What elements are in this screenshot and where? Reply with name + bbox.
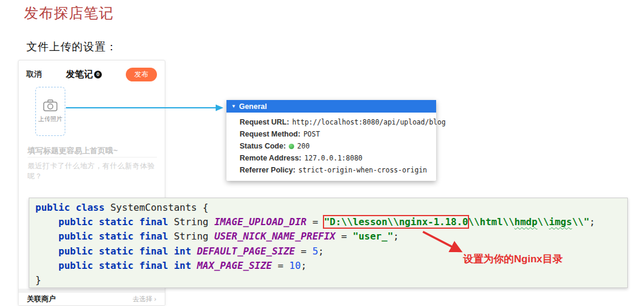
code-token: 10 xyxy=(289,260,301,271)
code-token: \\ xyxy=(537,216,549,228)
code-token: public static final int xyxy=(59,246,197,257)
code-token: "user_" xyxy=(353,231,393,242)
code-token xyxy=(35,260,59,271)
code-token: 5 xyxy=(312,246,318,257)
devtools-row-value: strict-origin-when-cross-origin xyxy=(298,166,427,174)
devtools-row: Request Method:POST xyxy=(240,128,431,140)
editor-footer: 关联商户 去选择 › xyxy=(19,289,165,305)
devtools-row-label: Request Method: xyxy=(240,130,300,138)
code-token: = xyxy=(272,260,289,271)
devtools-row-value: http://localhost:8080/api/upload/blog xyxy=(292,118,446,126)
annotation-text: 设置为你的Nginx目录 xyxy=(463,252,563,266)
devtools-row-value: 200 xyxy=(297,142,310,150)
cancel-button[interactable]: 取消 xyxy=(26,69,42,80)
code-token xyxy=(35,246,59,257)
highlighted-nginx-path: "D:\\lesson\\nginx-1.18.0 xyxy=(324,216,468,228)
code-token: imgs xyxy=(549,216,572,228)
devtools-general-panel: ▼ General Request URL:http://localhost:8… xyxy=(226,100,436,181)
code-token: String xyxy=(174,216,214,228)
upload-label: 上传照片 xyxy=(38,115,62,123)
devtools-row-label: Request URL: xyxy=(240,118,289,126)
arrow-to-devtools-icon xyxy=(66,103,224,113)
editor-title: 发笔记 0 xyxy=(66,69,102,80)
devtools-row: Remote Address:127.0.0.1:8080 xyxy=(240,152,431,164)
collapse-caret-icon: ▼ xyxy=(231,104,236,109)
associate-merchant-label: 关联商户 xyxy=(27,294,56,304)
note-content-input[interactable]: 最近打卡了什么地方，有什么新奇体验呢？ xyxy=(28,161,165,181)
devtools-row-value: 127.0.0.1:8080 xyxy=(304,154,362,162)
associate-merchant-row: 关联商户 去选择 › xyxy=(19,293,165,305)
general-section-header[interactable]: ▼ General xyxy=(226,100,436,113)
devtools-row-value: POST xyxy=(303,130,320,138)
general-section-body: Request URL:http://localhost:8080/api/up… xyxy=(226,113,436,181)
page-title: 发布探店笔记 xyxy=(24,4,114,23)
code-token: hmdp xyxy=(515,216,538,228)
note-title-input[interactable]: 填写标题更容易上首页哦~ xyxy=(28,146,118,156)
java-code: public class SystemConstants { public st… xyxy=(29,198,627,288)
code-token: public static final int xyxy=(59,260,197,271)
devtools-row: Referrer Policy:strict-origin-when-cross… xyxy=(240,164,431,176)
publish-button[interactable]: 发布 xyxy=(126,68,157,81)
editor-title-text: 发笔记 xyxy=(66,69,93,80)
code-line: } xyxy=(35,273,621,287)
upload-photo-button[interactable]: 上传照片 xyxy=(35,87,65,136)
section-subtitle: 文件上传的设置： xyxy=(26,40,117,54)
code-token: ; xyxy=(318,246,324,257)
devtools-row-label: Remote Address: xyxy=(240,154,301,162)
code-token: public class xyxy=(35,202,110,213)
devtools-row-label: Status Code: xyxy=(240,142,286,150)
info-badge-icon: 0 xyxy=(94,71,102,78)
code-token: = xyxy=(335,231,353,242)
code-line: public static final String IMAGE_UPLOAD_… xyxy=(35,215,621,229)
devtools-row: Request URL:http://localhost:8080/api/up… xyxy=(240,116,431,128)
code-token: ; xyxy=(393,231,399,242)
code-token: public static final xyxy=(59,231,174,242)
code-token xyxy=(35,216,59,228)
code-token: ; xyxy=(301,260,307,271)
section-separator xyxy=(19,289,165,293)
devtools-row-label: Referrer Policy: xyxy=(240,166,295,174)
code-token: String xyxy=(174,231,214,242)
code-line: public static final String USER_NICK_NAM… xyxy=(35,229,621,244)
divider xyxy=(28,157,157,157)
code-token: SystemConstants { xyxy=(110,202,208,213)
camera-icon xyxy=(43,99,58,111)
code-token xyxy=(35,231,59,242)
code-token: ; xyxy=(589,216,595,228)
code-token: = xyxy=(307,216,324,228)
code-token: \\" xyxy=(572,216,589,228)
code-block: public class SystemConstants { public st… xyxy=(29,198,628,288)
code-token: MAX_PAGE_SIZE xyxy=(197,260,272,271)
editor-header: 取消 发笔记 0 发布 xyxy=(19,65,165,83)
code-token: } xyxy=(35,274,41,286)
general-header-label: General xyxy=(239,102,267,111)
code-token: \\html\\ xyxy=(468,216,514,228)
code-token: DEFAULT_PAGE_SIZE xyxy=(197,246,295,257)
code-token: public static final xyxy=(59,216,174,228)
status-ok-icon xyxy=(289,144,294,149)
code-line: public class SystemConstants { xyxy=(35,201,621,215)
devtools-row: Status Code:200 xyxy=(240,140,431,152)
code-token: USER_NICK_NAME_PREFIX xyxy=(214,231,335,242)
select-merchant-link[interactable]: 去选择 › xyxy=(132,295,156,304)
code-token: IMAGE_UPLOAD_DIR xyxy=(214,216,307,228)
code-token: = xyxy=(295,246,312,257)
